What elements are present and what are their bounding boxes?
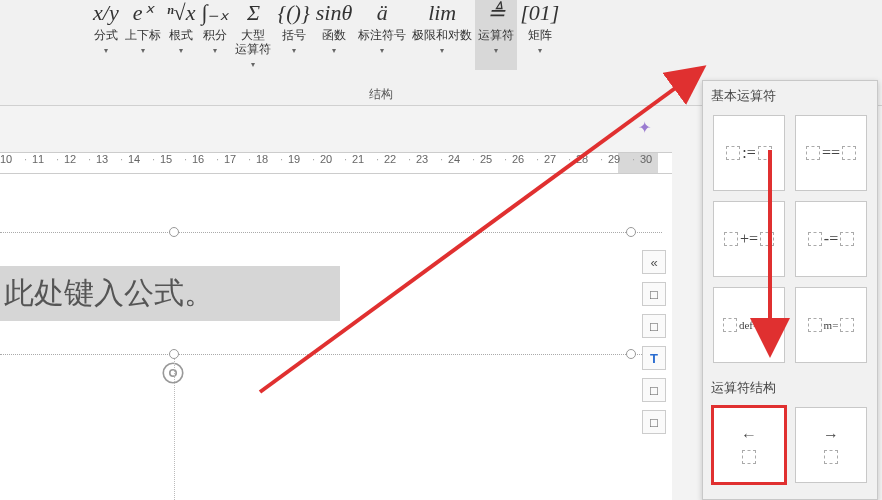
ribbon-group-3[interactable]: ∫₋ₓ积分▾ [198, 0, 232, 70]
dropdown-caret-icon: ▾ [104, 46, 108, 55]
basic-operator-cell-3[interactable]: -= [795, 201, 867, 277]
ribbon-symbol-icon: {()} [277, 0, 309, 26]
dropdown-caret-icon: ▾ [332, 46, 336, 55]
arrow-right-icon: → [823, 426, 839, 444]
ruler-tick: 21 [352, 153, 384, 165]
ribbon-group-label: 运算符 [478, 28, 514, 42]
format-mini-button-2[interactable]: □ [642, 314, 666, 338]
ruler-tick: 20 [320, 153, 352, 165]
floating-format-toolbar: «□□T□□ [642, 250, 668, 434]
dropdown-caret-icon: ▾ [213, 46, 217, 55]
ribbon-group-1[interactable]: eˣ上下标▾ [122, 0, 164, 70]
ruler-tick: 16 [192, 153, 224, 165]
svg-point-0 [163, 363, 183, 383]
effects-star-icon[interactable]: ✦ [638, 118, 651, 137]
textbox-top-edge [0, 232, 662, 233]
dropdown-caret-icon: ▾ [440, 46, 444, 55]
ruler-tick: 11 [32, 153, 64, 165]
ribbon-symbol-icon: x/y [93, 0, 119, 26]
basic-operator-cell-4[interactable]: def= [713, 287, 785, 363]
format-mini-button-1[interactable]: □ [642, 282, 666, 306]
dropdown-caret-icon: ▾ [538, 46, 542, 55]
basic-operator-grid: :===+=-=def=m= [703, 109, 877, 373]
operator-structure-cell-1[interactable]: → [795, 407, 867, 483]
ruler-tick: 14 [128, 153, 160, 165]
ruler-tick: 27 [544, 153, 576, 165]
ruler-tick: 26 [512, 153, 544, 165]
ruler-tick: 30 [640, 153, 672, 165]
dropdown-caret-icon: ▾ [179, 46, 183, 55]
ribbon-symbol-icon: [01] [520, 0, 559, 26]
ribbon-symbol-icon: sinθ [316, 0, 352, 26]
format-mini-button-0[interactable]: « [642, 250, 666, 274]
ribbon-group-4[interactable]: Σ大型 运算符▾ [232, 0, 274, 70]
ribbon-symbol-icon: ⁿ√x [167, 0, 196, 26]
horizontal-ruler[interactable]: 1011121314151617181920212223242526272829… [0, 152, 672, 174]
format-mini-button-4[interactable]: □ [642, 378, 666, 402]
ribbon-symbol-icon: ∫₋ₓ [201, 0, 229, 26]
basic-operator-cell-5[interactable]: m= [795, 287, 867, 363]
slide-canvas[interactable]: 此处键入公式。 [0, 174, 672, 500]
arrow-left-icon: ← [741, 426, 757, 444]
ribbon-group-label: 分式 [94, 28, 118, 42]
ribbon-group-0[interactable]: x/y分式▾ [90, 0, 122, 70]
selection-handle-bottom-right[interactable] [626, 349, 636, 359]
ruler-tick: 24 [448, 153, 480, 165]
operator-dropdown-panel: 基本运算符 :===+=-=def=m= 运算符结构 ←→ [702, 80, 878, 500]
basic-operator-cell-2[interactable]: += [713, 201, 785, 277]
dropdown-caret-icon: ▾ [141, 46, 145, 55]
dropdown-caret-icon: ▾ [380, 46, 384, 55]
ruler-tick: 28 [576, 153, 608, 165]
ribbon-group-label: 大型 运算符 [235, 28, 271, 56]
ruler-tick: 22 [384, 153, 416, 165]
ribbon-group-label: 标注符号 [358, 28, 406, 42]
ribbon-group-9[interactable]: ≜运算符▾ [475, 0, 517, 70]
ribbon-section-label: 结构 [90, 86, 672, 103]
ribbon-group-label: 根式 [169, 28, 193, 42]
ribbon-group-label: 极限和对数 [412, 28, 472, 42]
ribbon-symbol-icon: eˣ [133, 0, 153, 26]
operator-structure-grid: ←→ [703, 401, 877, 493]
ribbon-group-8[interactable]: lim极限和对数▾ [409, 0, 475, 70]
ruler-tick: 29 [608, 153, 640, 165]
vertical-guide [174, 354, 175, 500]
ribbon-structure-groups: x/y分式▾eˣ上下标▾ⁿ√x根式▾∫₋ₓ积分▾Σ大型 运算符▾{()}括号▾s… [90, 0, 562, 70]
ruler-tick: 23 [416, 153, 448, 165]
ruler-tick: 25 [480, 153, 512, 165]
ribbon-group-6[interactable]: sinθ函数▾ [313, 0, 355, 70]
ruler-tick: 19 [288, 153, 320, 165]
ribbon-symbol-icon: ä [377, 0, 388, 26]
dropdown-caret-icon: ▾ [494, 46, 498, 55]
ribbon-group-label: 积分 [203, 28, 227, 42]
ruler-tick: 13 [96, 153, 128, 165]
ruler-tick: 10 [0, 153, 32, 165]
basic-operator-cell-1[interactable]: == [795, 115, 867, 191]
equation-placeholder-box[interactable]: 此处键入公式。 [0, 266, 340, 321]
ribbon-group-label: 括号 [282, 28, 306, 42]
ruler-tick: 12 [64, 153, 96, 165]
ribbon-group-label: 函数 [322, 28, 346, 42]
ribbon-group-10[interactable]: [01]矩阵▾ [517, 0, 562, 70]
basic-operator-cell-0[interactable]: := [713, 115, 785, 191]
ruler-tick: 15 [160, 153, 192, 165]
panel-section-struct-title: 运算符结构 [703, 373, 877, 401]
dropdown-caret-icon: ▾ [292, 46, 296, 55]
ribbon-group-label: 矩阵 [528, 28, 552, 42]
ribbon-group-7[interactable]: ä标注符号▾ [355, 0, 409, 70]
selection-handle-top-right[interactable] [626, 227, 636, 237]
dropdown-caret-icon: ▾ [251, 60, 255, 69]
rotation-handle-icon[interactable] [160, 360, 186, 386]
panel-section-basic-title: 基本运算符 [703, 81, 877, 109]
format-mini-button-5[interactable]: □ [642, 410, 666, 434]
equation-placeholder-text: 此处键入公式。 [4, 273, 214, 314]
ribbon-group-2[interactable]: ⁿ√x根式▾ [164, 0, 199, 70]
ruler-tick: 18 [256, 153, 288, 165]
selection-handle-top[interactable] [169, 227, 179, 237]
svg-point-1 [170, 370, 177, 377]
ribbon-group-label: 上下标 [125, 28, 161, 42]
ribbon-symbol-icon: ≜ [487, 0, 505, 26]
selection-handle-bottom[interactable] [169, 349, 179, 359]
operator-structure-cell-0[interactable]: ← [713, 407, 785, 483]
ribbon-group-5[interactable]: {()}括号▾ [274, 0, 312, 70]
format-mini-button-3[interactable]: T [642, 346, 666, 370]
